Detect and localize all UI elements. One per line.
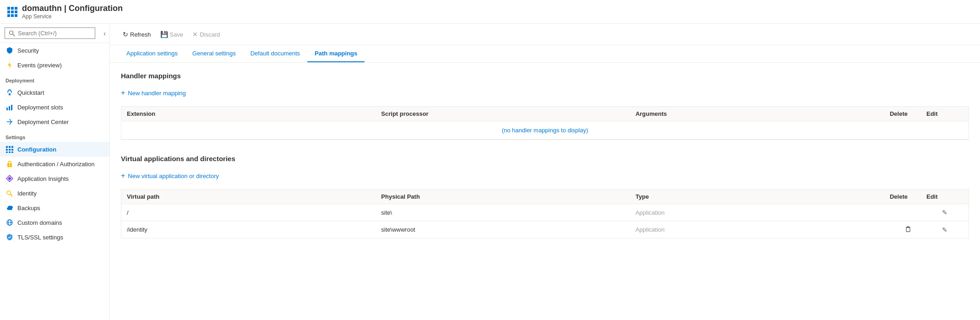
cloud-icon <box>5 204 14 212</box>
sidebar: ‹ Security Events (preview) Deployment Q… <box>0 24 110 320</box>
svg-rect-12 <box>11 152 13 153</box>
cell-type: Application <box>636 209 890 216</box>
handler-mappings-header: Extension Script processor Arguments Del… <box>121 107 969 121</box>
sidebar-item-backups[interactable]: Backups <box>0 201 109 215</box>
key-icon <box>5 189 14 197</box>
sidebar-item-auth[interactable]: Authentication / Authorization <box>0 157 109 171</box>
sidebar-section-deployment: Deployment <box>0 72 109 85</box>
sidebar-item-label: Identity <box>17 190 37 197</box>
cell-delete-actions <box>890 225 926 234</box>
col-extension: Extension <box>127 110 381 117</box>
cell-virtual-path: /identity <box>127 226 381 233</box>
discard-label: Discard <box>200 31 220 38</box>
sidebar-item-custom-domains[interactable]: Custom domains <box>0 215 109 230</box>
sidebar-item-label: Authentication / Authorization <box>17 161 94 168</box>
sidebar-item-deployment-slots[interactable]: Deployment slots <box>0 100 109 114</box>
tabs-bar: Application settings General settings De… <box>110 45 980 63</box>
tab-app-settings[interactable]: Application settings <box>119 45 185 62</box>
cell-physical-path: site\wwwroot <box>381 226 635 233</box>
diamond-icon <box>5 174 14 183</box>
svg-rect-5 <box>9 146 11 148</box>
cell-edit-actions: ✎ <box>926 208 963 217</box>
svg-point-17 <box>7 191 11 195</box>
sidebar-item-configuration[interactable]: Configuration <box>0 142 109 157</box>
main-layout: ‹ Security Events (preview) Deployment Q… <box>0 24 980 320</box>
sidebar-item-insights[interactable]: Application Insights <box>0 171 109 186</box>
cell-type: Application <box>636 226 890 233</box>
app-name: domauthn <box>22 4 62 13</box>
svg-rect-3 <box>11 105 12 110</box>
edit-button[interactable]: ✎ <box>940 208 949 217</box>
handler-mappings-table: Extension Script processor Arguments Del… <box>121 106 969 140</box>
col-arguments: Arguments <box>636 110 890 117</box>
bolt-icon <box>5 61 14 69</box>
tab-path-mappings[interactable]: Path mappings <box>307 45 365 62</box>
app-icon <box>7 7 17 17</box>
rocket-icon <box>5 88 14 97</box>
sidebar-item-events[interactable]: Events (preview) <box>0 58 109 72</box>
col-physical-path: Physical Path <box>381 193 635 200</box>
sidebar-item-security[interactable]: Security <box>0 43 109 58</box>
svg-rect-6 <box>11 146 13 148</box>
col-virtual-path: Virtual path <box>127 193 381 200</box>
tab-general-settings[interactable]: General settings <box>185 45 243 62</box>
sidebar-item-quickstart[interactable]: Quickstart <box>0 85 109 100</box>
col-delete-vapp: Delete <box>890 193 926 200</box>
svg-rect-9 <box>11 149 13 151</box>
plus-icon: + <box>121 89 125 97</box>
refresh-icon: ↻ <box>123 31 128 38</box>
svg-rect-8 <box>9 149 11 151</box>
discard-icon: ✕ <box>192 31 198 38</box>
configuration-icon <box>5 145 14 153</box>
svg-point-14 <box>9 165 11 166</box>
add-virtual-app-label: New virtual application or directory <box>128 173 219 179</box>
svg-rect-10 <box>6 152 8 153</box>
refresh-label: Refresh <box>130 31 151 38</box>
col-delete: Delete <box>890 110 926 117</box>
page-title: Configuration <box>69 4 123 13</box>
cell-virtual-path: / <box>127 209 381 216</box>
sidebar-item-identity[interactable]: Identity <box>0 186 109 201</box>
toolbar: ↻ Refresh 💾 Save ✕ Discard <box>110 24 980 45</box>
content-area: ↻ Refresh 💾 Save ✕ Discard Application s… <box>110 24 980 320</box>
sidebar-item-deployment-center[interactable]: Deployment Center <box>0 114 109 129</box>
table-row: / site\ Application ✎ <box>121 204 969 221</box>
svg-rect-1 <box>6 108 8 110</box>
sidebar-item-tls[interactable]: TLS/SSL settings <box>0 230 109 244</box>
save-button[interactable]: 💾 Save <box>157 28 187 40</box>
save-label: Save <box>170 31 184 38</box>
delete-button[interactable] <box>903 225 913 234</box>
sidebar-item-label: Deployment slots <box>17 104 63 111</box>
sidebar-item-label: Quickstart <box>17 89 44 96</box>
handler-mappings-title: Handler mappings <box>121 72 969 80</box>
lock-icon <box>5 160 14 168</box>
separator: | <box>64 4 69 13</box>
sidebar-item-label: Custom domains <box>17 219 62 226</box>
shield-check-icon <box>5 233 14 241</box>
refresh-button[interactable]: ↻ Refresh <box>119 28 155 40</box>
sidebar-item-label: Application Insights <box>17 175 69 182</box>
sidebar-item-label: Configuration <box>17 146 56 153</box>
col-type: Type <box>636 193 890 200</box>
add-handler-mapping-button[interactable]: + New handler mapping <box>121 87 186 99</box>
page-content: Handler mappings + New handler mapping E… <box>110 63 980 262</box>
svg-rect-7 <box>6 149 8 151</box>
sidebar-item-label: Events (preview) <box>17 62 62 69</box>
sidebar-collapse-button[interactable]: ‹ <box>100 26 109 41</box>
svg-rect-21 <box>906 228 910 232</box>
tab-default-documents[interactable]: Default documents <box>243 45 307 62</box>
arrows-icon <box>5 118 14 126</box>
table-row: /identity site\wwwroot Application <box>121 221 969 238</box>
virtual-apps-header: Virtual path Physical Path Type Delete E… <box>121 190 969 204</box>
col-edit-vapp: Edit <box>926 193 963 200</box>
col-edit: Edit <box>926 110 963 117</box>
search-input[interactable] <box>5 27 95 39</box>
edit-button[interactable]: ✎ <box>940 225 949 234</box>
handler-mappings-section: Handler mappings + New handler mapping E… <box>121 72 969 140</box>
handler-mappings-empty: (no handler mappings to display) <box>121 121 969 140</box>
grid-icon <box>7 7 17 17</box>
add-virtual-app-button[interactable]: + New virtual application or directory <box>121 170 219 182</box>
sidebar-section-settings: Settings <box>0 129 109 142</box>
app-resource-title: domauthn | Configuration <box>22 4 123 13</box>
discard-button[interactable]: ✕ Discard <box>189 28 223 40</box>
